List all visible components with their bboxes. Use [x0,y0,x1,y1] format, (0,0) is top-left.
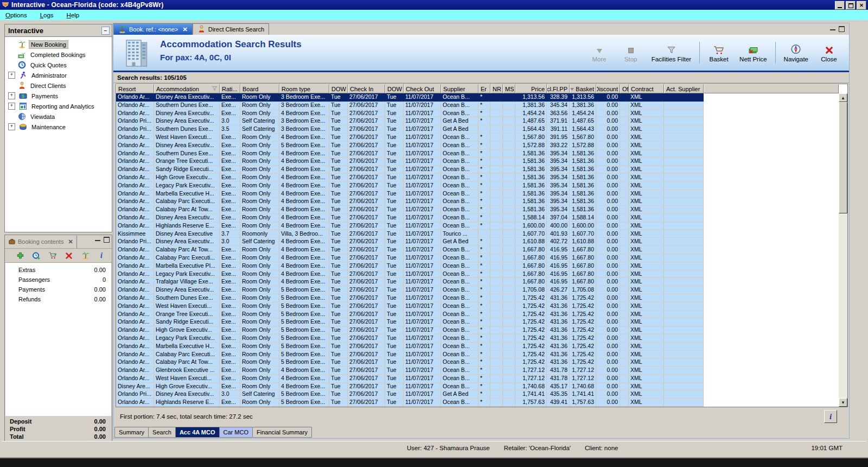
table-row[interactable]: Orlando Ar...Glenbrook Executive ...Exe.… [116,367,839,375]
palm-tree-icon[interactable] [80,251,90,261]
facilities-filter-button[interactable]: Facilities Filter [647,42,696,64]
table-row[interactable]: Orlando Ar...Highlands Reserve E...Exe..… [116,399,839,407]
column-header-rati-[interactable]: Rati... [220,84,240,93]
table-row[interactable]: Orlando Ar...Orange Tree Executi...Exe..… [116,157,839,166]
column-header-er[interactable]: Er [478,84,490,93]
column-header-room-type[interactable]: Room type [279,84,329,93]
bottom-tab-acc-4a-mco[interactable]: Acc 4A MCO [176,427,220,438]
expand-icon[interactable]: + [8,123,15,130]
table-row[interactable]: Orlando Ar...Sandy Ridge Executi...Exe..… [116,318,839,326]
table-row[interactable]: Orlando Ar...Calabay Parc At Tow...Exe..… [116,206,839,214]
table-row[interactable]: Orlando Ar...Legacy Park Executiv...Exe.… [116,182,839,190]
table-row[interactable]: Orlando Ar...West Haven Executi...Exe...… [116,375,839,383]
workspace-maximize-icon[interactable] [839,26,845,32]
bottom-tab-car-mco[interactable]: Car MCO [220,427,253,438]
sidebar-item-maintenance[interactable]: +Maintenance [5,122,112,132]
panel-maximize-icon[interactable] [104,237,110,243]
table-row[interactable]: Orlando Ar...Legacy Park Executiv...Exe.… [116,335,839,343]
table-row[interactable]: Orlando Ar...High Grove Executiv...Exe..… [116,174,839,182]
expand-icon[interactable]: + [8,72,15,79]
sidebar-item-quick-quotes[interactable]: Quick Quotes [5,60,112,70]
table-row[interactable]: Disney Are...High Grove Executiv...Exe..… [116,383,839,391]
column-header-of[interactable]: Of [620,84,629,93]
add-icon[interactable] [15,251,25,261]
column-header-incl-fl-pp[interactable]: Incl.Fl.PP [547,84,570,93]
table-row[interactable]: Orlando Ar...Legacy Park Executiv...Exe.… [116,270,839,279]
menu-item-logs[interactable]: Logs [39,11,59,20]
table-row[interactable]: KissimmeeDisney Area Executive3.7Roomonl… [116,230,839,238]
table-row[interactable]: Orlando Ar...High Grove Executiv...Exe..… [116,326,839,335]
scroll-down-icon[interactable]: ▼ [839,398,847,407]
table-row[interactable]: Orlando Ar...Disney Area Executiv...Exe.… [116,142,839,150]
delete-icon[interactable] [64,251,74,261]
table-row[interactable]: Orlando Ar...Marbella Executive Pl...Exe… [116,262,839,270]
panel-minimize-icon[interactable] [95,238,100,241]
column-header-supplier[interactable]: Supplier [441,84,478,93]
bottom-tab-summary[interactable]: Summary [114,427,149,438]
table-row[interactable]: Orlando Ar...Disney Area Executiv...Exe.… [116,214,839,222]
booking-contents-tab[interactable]: Booking contents ✕ [5,236,77,248]
table-row[interactable]: Orlando Ar...Marbella Executive H...Exe.… [116,343,839,351]
stop-button[interactable]: Stop [615,42,647,64]
column-header-check-in[interactable]: Check In [348,84,385,93]
close-booking-contents-icon[interactable]: ✕ [68,238,73,245]
column-header-nr[interactable]: NR [490,84,503,93]
column-header-accommodation[interactable]: Accommodation [154,84,220,93]
restore-button[interactable] [846,1,856,10]
expand-icon[interactable]: + [8,103,15,110]
table-scrollbar[interactable]: ▲ ▼ [839,93,847,407]
table-row[interactable]: Orlando Pri...Disney Area Executiv...3.0… [116,238,839,246]
sidebar-item-viewdata[interactable]: Viewdata [5,111,112,122]
column-header-resort[interactable]: Resort [116,84,154,93]
close-tab-icon[interactable]: ✕ [183,26,188,33]
sidebar-item-administrator[interactable]: +Administrator [5,70,112,80]
column-header-price[interactable]: Price [515,84,547,93]
workspace-minimize-icon[interactable] [830,28,835,30]
menu-item-help[interactable]: Help [66,11,85,20]
table-row[interactable]: Orlando Ar...Orange Tree Executi...Exe..… [116,311,839,319]
nett-price-button[interactable]: Nett Price [735,42,772,64]
bottom-tab-financial-summary[interactable]: Financial Summary [253,427,312,438]
column-header-basket[interactable]: Basket [570,84,596,93]
column-header-discount[interactable]: Discount [596,84,620,93]
move-to-basket-icon[interactable] [48,251,58,261]
info-button[interactable]: i [824,410,837,423]
sidebar-item-completed-bookings[interactable]: Completed Bookings [5,49,112,60]
scroll-up-icon[interactable]: ▲ [839,93,847,102]
column-header-act-supplier[interactable]: Act. Supplier [664,84,704,93]
table-row[interactable]: Orlando Ar...Calabay Parc Executi...Exe.… [116,254,839,262]
table-row[interactable]: Orlando Ar...Calabay Parc Executi...Exe.… [116,351,839,359]
column-header-dow[interactable]: DOW [329,84,348,93]
minimize-button[interactable] [835,1,845,10]
table-row[interactable]: Orlando Ar...Southern Dunes Exe...Exe...… [116,102,839,110]
table-row[interactable]: Orlando Ar...West Haven Executi...Exe...… [116,302,839,311]
table-row[interactable]: Orlando Ar...Southern Dunes Exe...Exe...… [116,294,839,302]
table-row[interactable]: Orlando Ar...West Haven Executi...Exe...… [116,134,839,142]
refresh-clock-icon[interactable] [31,251,41,261]
navigate-button[interactable]: Navigate [779,42,813,64]
table-row[interactable]: Orlando Ar...Trafalgar Village Exe...Exe… [116,278,839,286]
column-header-contract[interactable]: Contract [629,84,664,93]
table-row[interactable]: Orlando Ar...Highlands Reserve E...Exe..… [116,222,839,230]
sidebar-item-new-booking[interactable]: New Booking [5,39,112,49]
filter-funnel-icon[interactable] [212,86,218,92]
close-button[interactable]: Close [813,42,845,64]
column-header-board[interactable]: Board [240,84,279,93]
table-row[interactable]: Orlando Ar...Marbella Executive H...Exe.… [116,190,839,198]
table-row[interactable]: Orlando Ar...Calabay Parc Executi...Exe.… [116,198,839,206]
scrollbar-thumb[interactable] [839,102,847,213]
column-header-dow[interactable]: DOW [385,84,404,93]
sidebar-item-reporting-and-analytics[interactable]: +Reporting and Analytics [5,101,112,111]
expand-icon[interactable]: + [8,92,15,99]
collapse-panel-button[interactable]: − [101,27,110,35]
table-row[interactable]: Orlando Ar...Calabay Parc At Tow...Exe..… [116,246,839,254]
table-row[interactable]: Orlando Ar...Southern Dunes Exe...Exe...… [116,150,839,158]
column-header-check-out[interactable]: Check Out [404,84,441,93]
bottom-tab-search[interactable]: Search [149,427,176,438]
close-window-button[interactable]: ✕ [857,1,866,10]
table-row[interactable]: Orlando Pri...Disney Area Executiv...3.0… [116,117,839,125]
sidebar-item-direct-clients[interactable]: Direct Clients [5,80,112,91]
table-row[interactable]: Orlando Ar...Disney Area Executiv...Exe.… [116,110,839,118]
tab-book-ref-none-[interactable]: Book. ref.: <none>✕ [113,23,193,35]
info-icon[interactable]: i [97,251,106,261]
